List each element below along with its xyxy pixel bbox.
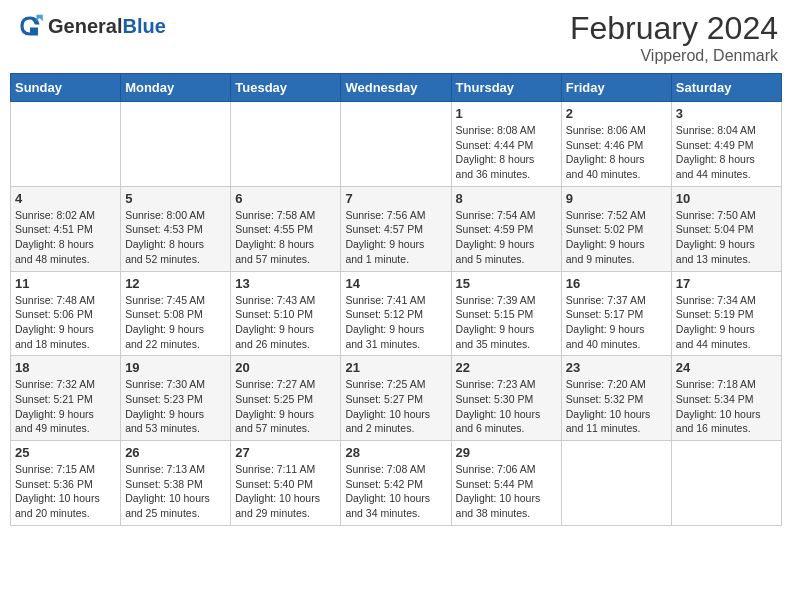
page-subtitle: Vipperod, Denmark <box>570 47 778 65</box>
calendar-cell: 5Sunrise: 8:00 AM Sunset: 4:53 PM Daylig… <box>121 186 231 271</box>
weekday-header-thursday: Thursday <box>451 74 561 102</box>
day-number: 9 <box>566 191 667 206</box>
day-number: 29 <box>456 445 557 460</box>
day-info: Sunrise: 7:45 AM Sunset: 5:08 PM Dayligh… <box>125 293 226 352</box>
calendar-cell: 3Sunrise: 8:04 AM Sunset: 4:49 PM Daylig… <box>671 102 781 187</box>
calendar-week-row: 25Sunrise: 7:15 AM Sunset: 5:36 PM Dayli… <box>11 441 782 526</box>
day-info: Sunrise: 7:30 AM Sunset: 5:23 PM Dayligh… <box>125 377 226 436</box>
title-block: February 2024 Vipperod, Denmark <box>570 10 778 65</box>
page-header: GeneralBlue February 2024 Vipperod, Denm… <box>10 10 782 65</box>
calendar-cell: 26Sunrise: 7:13 AM Sunset: 5:38 PM Dayli… <box>121 441 231 526</box>
weekday-header-wednesday: Wednesday <box>341 74 451 102</box>
day-number: 11 <box>15 276 116 291</box>
calendar-cell <box>341 102 451 187</box>
calendar-cell: 10Sunrise: 7:50 AM Sunset: 5:04 PM Dayli… <box>671 186 781 271</box>
day-info: Sunrise: 7:52 AM Sunset: 5:02 PM Dayligh… <box>566 208 667 267</box>
day-info: Sunrise: 7:27 AM Sunset: 5:25 PM Dayligh… <box>235 377 336 436</box>
day-number: 1 <box>456 106 557 121</box>
day-number: 26 <box>125 445 226 460</box>
calendar-cell: 13Sunrise: 7:43 AM Sunset: 5:10 PM Dayli… <box>231 271 341 356</box>
page-title: February 2024 <box>570 10 778 47</box>
day-number: 15 <box>456 276 557 291</box>
day-info: Sunrise: 8:00 AM Sunset: 4:53 PM Dayligh… <box>125 208 226 267</box>
calendar-cell: 6Sunrise: 7:58 AM Sunset: 4:55 PM Daylig… <box>231 186 341 271</box>
day-number: 20 <box>235 360 336 375</box>
day-number: 14 <box>345 276 446 291</box>
day-number: 21 <box>345 360 446 375</box>
day-number: 3 <box>676 106 777 121</box>
day-info: Sunrise: 7:15 AM Sunset: 5:36 PM Dayligh… <box>15 462 116 521</box>
calendar-cell <box>11 102 121 187</box>
day-info: Sunrise: 7:43 AM Sunset: 5:10 PM Dayligh… <box>235 293 336 352</box>
calendar-cell: 14Sunrise: 7:41 AM Sunset: 5:12 PM Dayli… <box>341 271 451 356</box>
day-info: Sunrise: 7:08 AM Sunset: 5:42 PM Dayligh… <box>345 462 446 521</box>
day-info: Sunrise: 7:39 AM Sunset: 5:15 PM Dayligh… <box>456 293 557 352</box>
day-info: Sunrise: 7:54 AM Sunset: 4:59 PM Dayligh… <box>456 208 557 267</box>
day-number: 19 <box>125 360 226 375</box>
day-number: 17 <box>676 276 777 291</box>
calendar-cell: 29Sunrise: 7:06 AM Sunset: 5:44 PM Dayli… <box>451 441 561 526</box>
weekday-header-tuesday: Tuesday <box>231 74 341 102</box>
day-number: 24 <box>676 360 777 375</box>
calendar-cell: 2Sunrise: 8:06 AM Sunset: 4:46 PM Daylig… <box>561 102 671 187</box>
calendar-week-row: 4Sunrise: 8:02 AM Sunset: 4:51 PM Daylig… <box>11 186 782 271</box>
calendar-cell: 17Sunrise: 7:34 AM Sunset: 5:19 PM Dayli… <box>671 271 781 356</box>
calendar-cell: 22Sunrise: 7:23 AM Sunset: 5:30 PM Dayli… <box>451 356 561 441</box>
day-info: Sunrise: 7:23 AM Sunset: 5:30 PM Dayligh… <box>456 377 557 436</box>
logo-icon <box>14 10 46 42</box>
calendar-cell: 15Sunrise: 7:39 AM Sunset: 5:15 PM Dayli… <box>451 271 561 356</box>
day-number: 5 <box>125 191 226 206</box>
calendar-cell: 24Sunrise: 7:18 AM Sunset: 5:34 PM Dayli… <box>671 356 781 441</box>
weekday-header-monday: Monday <box>121 74 231 102</box>
day-number: 8 <box>456 191 557 206</box>
weekday-header-sunday: Sunday <box>11 74 121 102</box>
calendar-week-row: 1Sunrise: 8:08 AM Sunset: 4:44 PM Daylig… <box>11 102 782 187</box>
logo: GeneralBlue <box>14 10 166 42</box>
day-info: Sunrise: 7:25 AM Sunset: 5:27 PM Dayligh… <box>345 377 446 436</box>
calendar-cell <box>121 102 231 187</box>
calendar-cell: 28Sunrise: 7:08 AM Sunset: 5:42 PM Dayli… <box>341 441 451 526</box>
day-number: 22 <box>456 360 557 375</box>
day-number: 25 <box>15 445 116 460</box>
calendar-header: SundayMondayTuesdayWednesdayThursdayFrid… <box>11 74 782 102</box>
calendar-cell <box>671 441 781 526</box>
calendar-week-row: 11Sunrise: 7:48 AM Sunset: 5:06 PM Dayli… <box>11 271 782 356</box>
day-number: 6 <box>235 191 336 206</box>
calendar-cell: 11Sunrise: 7:48 AM Sunset: 5:06 PM Dayli… <box>11 271 121 356</box>
day-info: Sunrise: 7:32 AM Sunset: 5:21 PM Dayligh… <box>15 377 116 436</box>
day-number: 23 <box>566 360 667 375</box>
calendar-cell: 23Sunrise: 7:20 AM Sunset: 5:32 PM Dayli… <box>561 356 671 441</box>
day-info: Sunrise: 7:06 AM Sunset: 5:44 PM Dayligh… <box>456 462 557 521</box>
weekday-header-saturday: Saturday <box>671 74 781 102</box>
day-info: Sunrise: 7:48 AM Sunset: 5:06 PM Dayligh… <box>15 293 116 352</box>
weekday-header-friday: Friday <box>561 74 671 102</box>
day-info: Sunrise: 7:13 AM Sunset: 5:38 PM Dayligh… <box>125 462 226 521</box>
calendar-week-row: 18Sunrise: 7:32 AM Sunset: 5:21 PM Dayli… <box>11 356 782 441</box>
calendar-cell: 12Sunrise: 7:45 AM Sunset: 5:08 PM Dayli… <box>121 271 231 356</box>
calendar-cell: 19Sunrise: 7:30 AM Sunset: 5:23 PM Dayli… <box>121 356 231 441</box>
calendar-cell <box>231 102 341 187</box>
day-number: 12 <box>125 276 226 291</box>
day-info: Sunrise: 7:58 AM Sunset: 4:55 PM Dayligh… <box>235 208 336 267</box>
day-info: Sunrise: 8:08 AM Sunset: 4:44 PM Dayligh… <box>456 123 557 182</box>
calendar-cell: 21Sunrise: 7:25 AM Sunset: 5:27 PM Dayli… <box>341 356 451 441</box>
calendar-cell: 1Sunrise: 8:08 AM Sunset: 4:44 PM Daylig… <box>451 102 561 187</box>
day-number: 28 <box>345 445 446 460</box>
calendar-cell: 16Sunrise: 7:37 AM Sunset: 5:17 PM Dayli… <box>561 271 671 356</box>
day-number: 13 <box>235 276 336 291</box>
logo-blue-text: Blue <box>122 15 165 37</box>
calendar-cell: 4Sunrise: 8:02 AM Sunset: 4:51 PM Daylig… <box>11 186 121 271</box>
day-info: Sunrise: 7:50 AM Sunset: 5:04 PM Dayligh… <box>676 208 777 267</box>
day-number: 7 <box>345 191 446 206</box>
day-number: 2 <box>566 106 667 121</box>
day-info: Sunrise: 8:02 AM Sunset: 4:51 PM Dayligh… <box>15 208 116 267</box>
day-number: 10 <box>676 191 777 206</box>
calendar-body: 1Sunrise: 8:08 AM Sunset: 4:44 PM Daylig… <box>11 102 782 526</box>
calendar-cell: 9Sunrise: 7:52 AM Sunset: 5:02 PM Daylig… <box>561 186 671 271</box>
day-number: 16 <box>566 276 667 291</box>
weekday-header-row: SundayMondayTuesdayWednesdayThursdayFrid… <box>11 74 782 102</box>
day-number: 4 <box>15 191 116 206</box>
calendar-cell: 27Sunrise: 7:11 AM Sunset: 5:40 PM Dayli… <box>231 441 341 526</box>
calendar-cell: 25Sunrise: 7:15 AM Sunset: 5:36 PM Dayli… <box>11 441 121 526</box>
day-info: Sunrise: 7:18 AM Sunset: 5:34 PM Dayligh… <box>676 377 777 436</box>
